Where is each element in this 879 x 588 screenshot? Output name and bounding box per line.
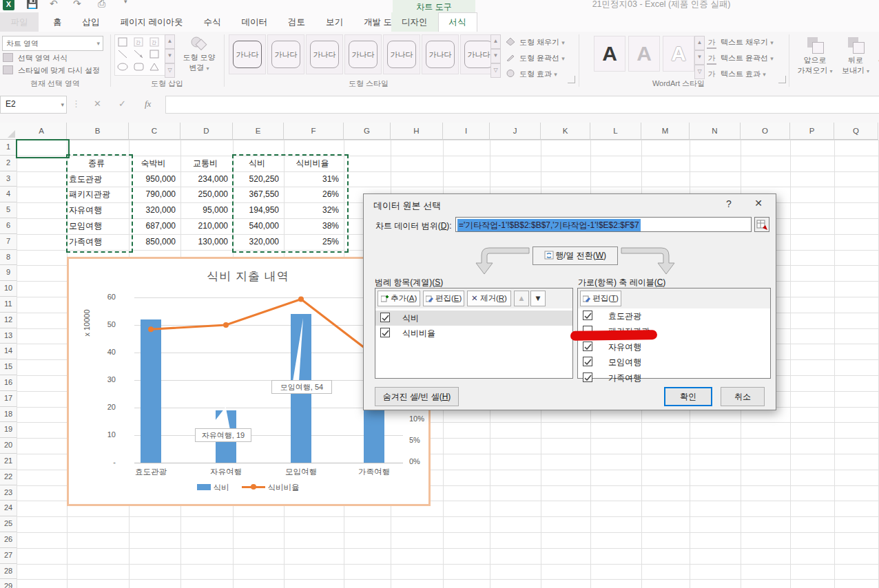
column-header-C[interactable]: C xyxy=(129,123,180,140)
column-header-O[interactable]: O xyxy=(741,123,790,140)
cell-C5[interactable]: 320,000 xyxy=(131,202,176,218)
add-series-button[interactable]: 추가(A) xyxy=(378,291,420,306)
series-item-식비비율[interactable]: 식비비율 xyxy=(375,326,572,341)
tab-10[interactable]: 서식 xyxy=(438,12,477,32)
row-header-24[interactable]: 24 xyxy=(0,501,17,516)
row-header-23[interactable]: 23 xyxy=(0,485,17,501)
remove-series-button[interactable]: ✕ 제거(R) xyxy=(467,291,511,306)
undo-icon[interactable]: ↶ xyxy=(50,0,58,9)
scroll-down-icon[interactable]: ▼ xyxy=(694,50,705,65)
format-selection-button[interactable]: 선택 영역 서식 xyxy=(3,53,68,63)
shape-style-scroll[interactable]: ▲ ▼ ▽ xyxy=(490,34,501,78)
reset-to-match-style-button[interactable]: 스타일에 맞게 다시 설정 xyxy=(3,65,100,76)
checkbox-checked-icon[interactable] xyxy=(380,313,390,322)
row-header-3[interactable]: 3 xyxy=(0,171,17,187)
scroll-down-icon[interactable]: ▼ xyxy=(490,49,501,63)
dialog-close-icon[interactable]: ✕ xyxy=(749,198,767,209)
switch-row-column-button[interactable]: 행/열 전환(W) xyxy=(532,246,618,265)
cell-D3[interactable]: 234,000 xyxy=(183,171,228,187)
row-header-19[interactable]: 19 xyxy=(0,422,17,438)
gallery-more-icon[interactable]: ▽ xyxy=(165,63,175,78)
row-header-6[interactable]: 6 xyxy=(0,218,17,234)
confirm-entry-icon[interactable]: ✓ xyxy=(118,98,126,109)
checkbox-checked-icon[interactable] xyxy=(583,372,592,382)
row-header-22[interactable]: 22 xyxy=(0,470,17,485)
edit-series-button[interactable]: 편집(E) xyxy=(423,291,464,306)
row-header-2[interactable]: 2 xyxy=(0,156,17,171)
shape-gallery[interactable]: 간 간 xyxy=(114,34,165,76)
column-header-F[interactable]: F xyxy=(284,123,344,140)
insert-function-icon[interactable]: fx xyxy=(145,98,151,109)
column-header-A[interactable]: A xyxy=(17,123,67,140)
category-item-효도관광[interactable]: 효도관광 xyxy=(578,308,770,324)
shape-style-tile-4[interactable]: 가나다 xyxy=(344,34,382,74)
redo-icon[interactable]: ↷ xyxy=(73,0,81,9)
shape-style-tile-1[interactable]: 가나다 xyxy=(229,34,266,74)
qat-dropdown-icon[interactable]: ▾ xyxy=(124,0,127,5)
cell-C6[interactable]: 687,000 xyxy=(131,218,176,234)
column-header-D[interactable]: D xyxy=(180,123,233,140)
wordart-style-2[interactable]: A xyxy=(628,36,660,72)
series-item-식비[interactable]: 식비 xyxy=(375,311,572,326)
row-header-16[interactable]: 16 xyxy=(0,375,17,391)
print-preview-icon[interactable]: ⎙ xyxy=(98,0,105,10)
cancel-button[interactable]: 취소 xyxy=(721,387,765,406)
text-outline-button[interactable]: 가 텍스트 윤곽선▾ xyxy=(707,53,774,65)
column-header-N[interactable]: N xyxy=(690,123,741,140)
checkbox-checked-icon[interactable] xyxy=(583,311,592,320)
column-header-G[interactable]: G xyxy=(344,123,391,140)
shape-style-tile-6[interactable]: 가나다 xyxy=(422,34,459,74)
row-header-4[interactable]: 4 xyxy=(0,187,17,202)
row-header-8[interactable]: 8 xyxy=(0,250,17,266)
column-header-P[interactable]: P xyxy=(790,123,834,140)
row-header-20[interactable]: 20 xyxy=(0,438,17,454)
ok-button[interactable]: 확인 xyxy=(664,387,712,406)
edit-categories-button[interactable]: 편집(T) xyxy=(580,291,621,306)
row-header-27[interactable]: 27 xyxy=(0,548,17,564)
row-header-17[interactable]: 17 xyxy=(0,391,17,407)
shape-gallery-scroll[interactable]: ▲ ▼ ▽ xyxy=(165,34,175,78)
range-selector-button[interactable] xyxy=(754,217,769,232)
row-header-21[interactable]: 21 xyxy=(0,454,17,470)
gallery-more-icon[interactable]: ▽ xyxy=(694,65,705,79)
cell-C4[interactable]: 790,000 xyxy=(131,187,176,202)
row-header-11[interactable]: 11 xyxy=(0,297,17,313)
row-header-10[interactable]: 10 xyxy=(0,281,17,297)
bar-효도관광[interactable] xyxy=(141,319,161,463)
scroll-up-icon[interactable]: ▲ xyxy=(165,34,175,49)
category-item-모임여행[interactable]: 모임여행 xyxy=(578,355,770,370)
row-header-26[interactable]: 26 xyxy=(0,532,17,548)
scroll-up-icon[interactable]: ▲ xyxy=(490,34,501,49)
column-header-J[interactable]: J xyxy=(490,123,541,140)
cell-C3[interactable]: 950,000 xyxy=(131,171,176,187)
row-header-18[interactable]: 18 xyxy=(0,407,17,423)
chart-data-range-input[interactable]: ='기타작업-1'!$B$2:$B$7,'기타작업-1'!$E$2:$F$7 xyxy=(455,217,752,232)
selection-pane-button[interactable]: 선택 xyxy=(872,37,879,65)
save-icon[interactable]: 💾 xyxy=(26,0,38,9)
cell-D2[interactable]: 교통비 xyxy=(183,156,228,171)
tab-4[interactable]: 수식 xyxy=(193,12,231,32)
chart-element-combo[interactable]: 차트 영역 ▾ xyxy=(2,36,103,51)
name-box-dropdown-icon[interactable]: ▾ xyxy=(61,101,64,108)
column-header-Q[interactable]: Q xyxy=(834,123,878,140)
shape-style-tile-2[interactable]: 가나다 xyxy=(267,34,304,74)
gallery-more-icon[interactable]: ▽ xyxy=(490,63,501,78)
column-header-L[interactable]: L xyxy=(590,123,641,140)
text-fill-button[interactable]: 가 텍스트 채우기▾ xyxy=(707,37,774,49)
wordart-style-3[interactable]: A xyxy=(663,36,694,72)
row-header-7[interactable]: 7 xyxy=(0,234,17,250)
cell-C2[interactable]: 숙박비 xyxy=(131,156,176,171)
checkbox-checked-icon[interactable] xyxy=(380,328,390,337)
shape-style-tile-5[interactable]: 가나다 xyxy=(383,34,420,74)
column-header-H[interactable]: H xyxy=(391,123,443,140)
checkbox-checked-icon[interactable] xyxy=(583,342,592,351)
row-header-29[interactable]: 29 xyxy=(0,579,17,588)
name-box[interactable]: E2 ▾ xyxy=(0,96,67,114)
scroll-up-icon[interactable]: ▲ xyxy=(694,36,705,50)
shape-fill-button[interactable]: 도형 채우기▾ xyxy=(506,37,565,48)
tab-2[interactable]: 삽입 xyxy=(72,12,110,32)
shape-outline-button[interactable]: 도형 윤곽선▾ xyxy=(506,53,565,63)
wordart-style-1[interactable]: A xyxy=(594,36,625,72)
tab-file[interactable]: 파일 xyxy=(0,12,39,32)
tab-9[interactable]: 디자인 xyxy=(391,12,438,32)
